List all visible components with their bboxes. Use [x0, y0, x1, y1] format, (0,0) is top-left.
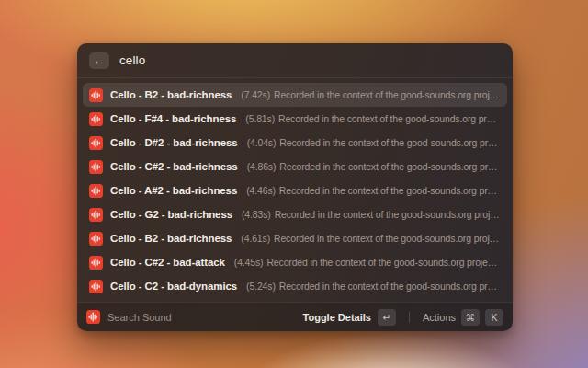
result-subtitle: (5.24s)Recorded in the context of the go… [246, 281, 501, 292]
back-button[interactable]: ← [89, 52, 109, 69]
result-row[interactable]: Cello - C#2 - bad-richness (4.86s)Record… [83, 155, 507, 178]
launcher-window: ← cello Cello - B2 - bad-richness (7.42s… [77, 43, 513, 331]
app-waveform-icon [86, 310, 100, 324]
result-subtitle: (4.46s)Recorded in the context of the go… [246, 185, 501, 196]
result-description: Recorded in the context of the good-soun… [274, 233, 501, 244]
result-row[interactable]: Cello - A#2 - bad-richness (4.46s)Record… [83, 178, 507, 202]
result-title: Cello - C2 - bad-dynamics [110, 281, 237, 292]
result-duration: (4.46s) [246, 185, 276, 196]
waveform-icon [89, 112, 103, 126]
k-key-badge: K [485, 309, 503, 326]
result-subtitle: (4.83s)Recorded in the context of the go… [242, 209, 501, 220]
result-description: Recorded in the context of the good-soun… [279, 185, 501, 196]
status-bar: Search Sound Toggle Details ↵ Actions ⌘ … [77, 302, 513, 331]
result-subtitle: (5.81s)Recorded in the context of the go… [245, 113, 501, 124]
result-row[interactable]: Cello - F#4 - bad-richness (5.81s)Record… [83, 107, 507, 131]
result-subtitle: (4.04s)Recorded in the context of the go… [247, 137, 501, 148]
result-description: Recorded in the context of the good-soun… [279, 281, 501, 292]
result-row[interactable]: Cello - B2 - bad-richness (4.61s)Recorde… [83, 226, 507, 250]
result-title: Cello - C#2 - bad-richness [110, 161, 238, 172]
waveform-icon [89, 88, 103, 102]
result-description: Recorded in the context of the good-soun… [266, 257, 501, 268]
result-title: Cello - B2 - bad-richness [110, 89, 232, 100]
result-duration: (5.81s) [245, 113, 275, 124]
result-duration: (4.83s) [242, 209, 271, 220]
result-row[interactable]: Cello - G2 - bad-richness (4.83s)Recorde… [83, 202, 507, 226]
result-duration: (4.61s) [241, 233, 270, 244]
result-subtitle: (4.61s)Recorded in the context of the go… [241, 233, 501, 244]
result-duration: (4.86s) [247, 161, 277, 172]
toggle-details-label: Toggle Details [303, 312, 371, 323]
result-description: Recorded in the context of the good-soun… [279, 161, 501, 172]
toggle-details-button[interactable]: Toggle Details ↵ [303, 309, 396, 326]
search-input[interactable]: cello [119, 53, 145, 67]
result-description: Recorded in the context of the good-soun… [278, 113, 501, 124]
result-row[interactable]: Cello - C2 - bad-dynamics (5.24s)Recorde… [83, 274, 507, 298]
waveform-icon [89, 136, 103, 150]
result-title: Cello - G2 - bad-richness [110, 209, 232, 220]
result-title: Cello - F#4 - bad-richness [110, 113, 236, 124]
result-subtitle: (4.86s)Recorded in the context of the go… [247, 161, 501, 172]
actions-label: Actions [423, 312, 456, 323]
waveform-icon [89, 256, 103, 270]
result-description: Recorded in the context of the good-soun… [274, 89, 501, 100]
result-row[interactable]: Cello - C#2 - bad-attack (4.45s)Recorded… [83, 250, 507, 274]
waveform-icon [89, 280, 103, 293]
result-row[interactable]: Cello - B2 - bad-richness (7.42s)Recorde… [83, 83, 507, 107]
back-arrow-icon: ← [94, 52, 105, 69]
waveform-icon [89, 160, 103, 174]
footer-divider [409, 312, 410, 323]
result-subtitle: (4.45s)Recorded in the context of the go… [234, 257, 501, 268]
result-title: Cello - D#2 - bad-richness [110, 137, 238, 148]
result-description: Recorded in the context of the good-soun… [275, 209, 501, 220]
result-duration: (4.04s) [247, 137, 277, 148]
result-duration: (4.45s) [234, 257, 264, 268]
result-title: Cello - A#2 - bad-richness [110, 185, 237, 196]
app-name: Search Sound [107, 312, 172, 323]
result-duration: (5.24s) [246, 281, 276, 292]
waveform-icon [89, 232, 103, 246]
result-subtitle: (7.42s)Recorded in the context of the go… [241, 89, 501, 100]
waveform-icon [89, 208, 103, 222]
search-bar: ← cello [77, 43, 513, 78]
desktop-wallpaper: { "window": { "search": { "back_icon": "… [0, 0, 588, 368]
waveform-icon [89, 184, 103, 198]
result-title: Cello - B2 - bad-richness [110, 233, 232, 244]
result-row[interactable]: Cello - D#2 - bad-richness (4.04s)Record… [83, 131, 507, 155]
result-description: Recorded in the context of the good-soun… [279, 137, 501, 148]
result-title: Cello - C#2 - bad-attack [110, 257, 225, 268]
actions-button[interactable]: Actions ⌘ K [423, 309, 503, 326]
return-key-badge: ↵ [378, 309, 396, 326]
command-key-badge: ⌘ [461, 309, 480, 326]
result-duration: (7.42s) [241, 89, 270, 100]
results-list: Cello - B2 - bad-richness (7.42s)Recorde… [77, 78, 513, 302]
